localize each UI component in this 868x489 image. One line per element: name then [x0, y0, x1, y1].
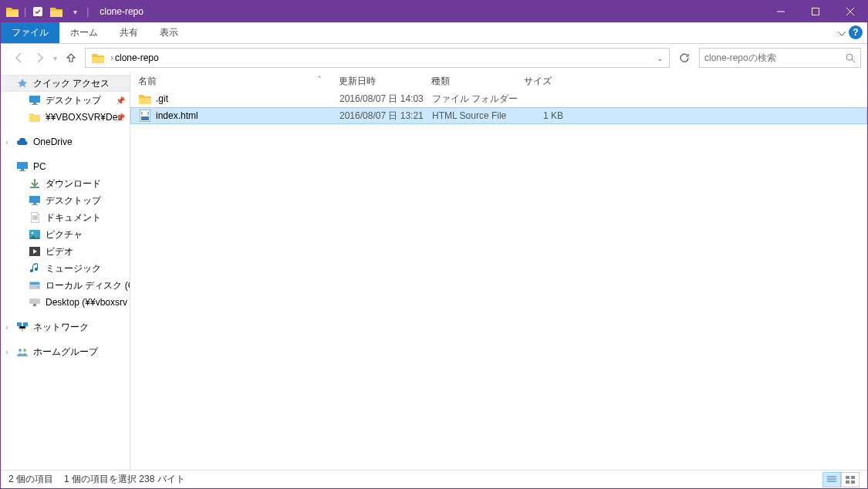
ribbon-expand-icon[interactable]: [838, 22, 846, 44]
close-button[interactable]: [833, 1, 867, 22]
document-icon: [29, 211, 41, 224]
sidebar-network[interactable]: › ネットワーク: [1, 319, 130, 336]
tab-share[interactable]: 共有: [109, 22, 149, 43]
search-box[interactable]: clone-repoの検索: [699, 48, 861, 68]
svg-rect-11: [32, 204, 38, 205]
svg-rect-10: [33, 203, 36, 204]
svg-rect-8: [19, 170, 25, 171]
column-size[interactable]: サイズ: [516, 75, 570, 88]
address-bar[interactable]: › clone-repo ⌄: [85, 48, 670, 68]
svg-point-22: [19, 349, 22, 352]
sidebar-desktop-pc[interactable]: デスクトップ: [1, 192, 130, 209]
expand-caret-icon[interactable]: ›: [5, 138, 8, 147]
breadcrumb-current[interactable]: clone-repo: [115, 52, 159, 63]
svg-rect-5: [32, 104, 38, 105]
file-row[interactable]: .git2016/08/07 日 14:03ファイル フォルダー: [130, 90, 867, 107]
properties-icon[interactable]: [29, 3, 46, 20]
quick-access-label: クイック アクセス: [33, 77, 110, 90]
search-icon: [846, 53, 856, 63]
back-button[interactable]: [13, 52, 25, 64]
sidebar-net-desktop[interactable]: Desktop (¥¥vboxsrv: [1, 294, 130, 311]
qat-dropdown-icon[interactable]: ▾: [66, 3, 83, 20]
svg-rect-9: [29, 196, 40, 203]
column-name-label: 名前: [138, 76, 157, 86]
expand-caret-icon[interactable]: ›: [5, 323, 8, 332]
sidebar-quick-access[interactable]: クイック アクセス: [1, 75, 130, 92]
sidebar-pictures[interactable]: ピクチャ: [1, 226, 130, 243]
cell-type: HTML Source File: [424, 110, 517, 121]
svg-rect-18: [29, 298, 40, 304]
nav-arrows: ▾: [7, 52, 80, 64]
onedrive-label: OneDrive: [33, 137, 73, 147]
picture-icon: [29, 228, 41, 241]
disk-icon: [29, 279, 41, 292]
expand-caret-icon[interactable]: ›: [5, 348, 8, 356]
svg-rect-7: [21, 169, 24, 170]
column-headers: 名前 ˄ 更新日時 種類 サイズ: [130, 72, 867, 90]
cell-type: ファイル フォルダー: [424, 93, 517, 106]
downloads-label: ダウンロード: [46, 177, 101, 191]
column-type[interactable]: 種類: [424, 75, 516, 88]
tab-view[interactable]: 表示: [149, 22, 189, 43]
column-date[interactable]: 更新日時: [331, 75, 424, 88]
sidebar-vbox[interactable]: ¥¥VBOXSVR¥Des 📌: [1, 109, 130, 126]
html-file-icon: [139, 110, 151, 122]
svg-rect-16: [30, 282, 39, 285]
icons-view-button[interactable]: [841, 472, 860, 487]
svg-point-23: [23, 349, 26, 352]
desktop-icon: [29, 94, 41, 106]
details-view-button[interactable]: [822, 472, 841, 487]
sidebar-music[interactable]: ミュージック: [1, 260, 130, 277]
view-switcher: [822, 472, 860, 487]
svg-point-17: [37, 286, 39, 288]
cell-name: .git: [131, 93, 332, 105]
navigation-bar: ▾ › clone-repo ⌄ clone-repoの検索: [1, 44, 867, 72]
net-desktop-label: Desktop (¥¥vboxsrv: [46, 297, 127, 308]
sidebar-downloads[interactable]: ダウンロード: [1, 175, 130, 192]
minimize-button[interactable]: [763, 1, 798, 22]
tab-file[interactable]: ファイル: [1, 22, 59, 43]
sidebar-videos[interactable]: ビデオ: [1, 243, 130, 260]
app-folder-icon: [4, 3, 21, 20]
file-rows: .git2016/08/07 日 14:03ファイル フォルダーindex.ht…: [130, 90, 867, 470]
file-row[interactable]: index.html2016/08/07 日 13:21HTML Source …: [130, 107, 867, 124]
svg-rect-20: [17, 322, 22, 326]
column-name[interactable]: 名前 ˄: [130, 75, 331, 88]
qat-separator-2: |: [86, 6, 89, 17]
help-icon[interactable]: ?: [849, 25, 863, 39]
window-title: clone-repo: [100, 6, 763, 17]
title-bar: | ▾ | clone-repo: [1, 1, 867, 22]
cell-name: index.html: [131, 110, 332, 122]
refresh-button[interactable]: [674, 48, 694, 68]
sidebar-homegroup[interactable]: › ホームグループ: [1, 343, 130, 360]
maximize-button[interactable]: [798, 1, 833, 22]
ribbon-tabs: ファイル ホーム 共有 表示 ?: [1, 22, 867, 44]
tab-home[interactable]: ホーム: [59, 22, 109, 43]
documents-label: ドキュメント: [46, 211, 101, 224]
sidebar-pc[interactable]: PC: [1, 158, 130, 175]
svg-point-13: [32, 232, 34, 234]
forward-button[interactable]: [33, 52, 46, 64]
svg-rect-28: [846, 481, 849, 484]
address-dropdown-icon[interactable]: ⌄: [657, 54, 663, 62]
navigation-pane: クイック アクセス デスクトップ 📌 ¥¥VBOXSVR¥Des 📌 › One…: [1, 72, 130, 470]
star-icon: [16, 77, 29, 89]
svg-rect-4: [33, 103, 36, 104]
sidebar-local-disk[interactable]: ローカル ディスク (C:): [1, 277, 130, 294]
new-folder-icon[interactable]: [48, 3, 65, 20]
svg-rect-19: [33, 304, 36, 306]
recent-locations-icon[interactable]: ▾: [53, 54, 57, 62]
crumb-separator-icon[interactable]: ›: [110, 52, 113, 63]
sort-indicator-icon: ˄: [317, 75, 322, 86]
sidebar-desktop[interactable]: デスクトップ 📌: [1, 92, 130, 109]
pc-icon: [16, 160, 29, 173]
up-button[interactable]: [65, 52, 77, 64]
svg-rect-1: [812, 8, 819, 15]
video-icon: [29, 245, 41, 258]
file-name: index.html: [156, 110, 198, 121]
svg-rect-3: [29, 96, 40, 103]
sidebar-onedrive[interactable]: › OneDrive: [1, 133, 130, 150]
download-icon: [29, 177, 41, 190]
sidebar-documents[interactable]: ドキュメント: [1, 209, 130, 226]
explorer-body: クイック アクセス デスクトップ 📌 ¥¥VBOXSVR¥Des 📌 › One…: [1, 72, 867, 470]
